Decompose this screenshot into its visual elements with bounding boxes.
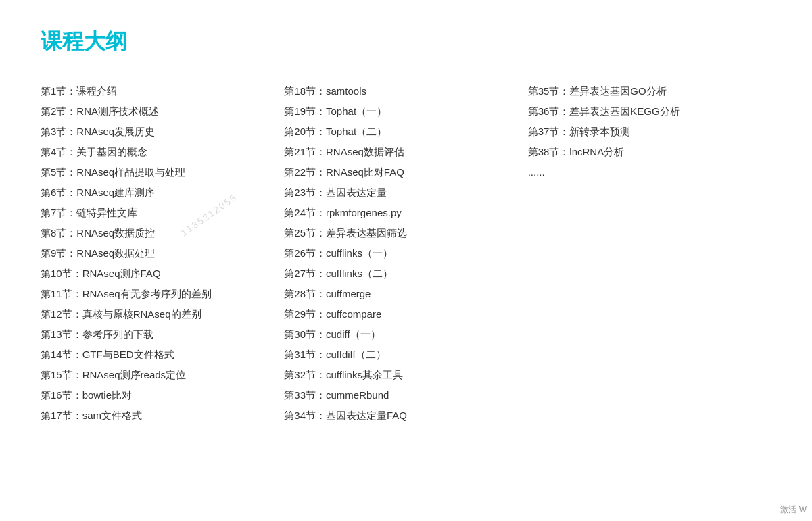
list-item: 第2节：RNA测序技术概述 xyxy=(41,101,284,122)
page-title: 课程大纲 xyxy=(41,27,771,57)
list-item: 第12节：真核与原核RNAseq的差别 xyxy=(41,304,284,324)
content-grid: 第1节：课程介绍第2节：RNA测序技术概述第3节：RNAseq发展历史第4节：关… xyxy=(41,81,771,426)
list-item: 第38节：lncRNA分析 xyxy=(528,142,771,162)
list-item: 第34节：基因表达定量FAQ xyxy=(284,405,527,426)
activation-badge: 激活 W xyxy=(780,504,807,516)
list-item: 第1节：课程介绍 xyxy=(41,81,284,101)
list-item: 第15节：RNAseq测序reads定位 xyxy=(41,365,284,385)
list-item: 第23节：基因表达定量 xyxy=(284,182,527,203)
list-item: 第18节：samtools xyxy=(284,81,527,101)
list-item: 第14节：GTF与BED文件格式 xyxy=(41,345,284,365)
list-item: 第4节：关于基因的概念 xyxy=(41,142,284,162)
list-item: 第20节：Tophat（二） xyxy=(284,122,527,142)
page-container: 课程大纲 第1节：课程介绍第2节：RNA测序技术概述第3节：RNAseq发展历史… xyxy=(0,0,812,453)
list-item: 第13节：参考序列的下载 xyxy=(41,324,284,345)
list-item: 第22节：RNAseq比对FAQ xyxy=(284,162,527,182)
list-item: 第26节：cufflinks（一） xyxy=(284,243,527,264)
list-item: 第19节：Tophat（一） xyxy=(284,101,527,122)
column-3: 第35节：差异表达基因GO分析第36节：差异表达基因KEGG分析第37节：新转录… xyxy=(528,81,771,426)
list-item: 第32节：cufflinks其余工具 xyxy=(284,365,527,385)
list-item: 第7节：链特异性文库 xyxy=(41,203,284,223)
list-item: 第24节：rpkmforgenes.py xyxy=(284,203,527,223)
list-item: 第10节：RNAseq测序FAQ xyxy=(41,264,284,284)
list-item: 第3节：RNAseq发展历史 xyxy=(41,122,284,142)
list-item: 第5节：RNAseq样品提取与处理 xyxy=(41,162,284,182)
list-item: 第16节：bowtie比对 xyxy=(41,385,284,405)
list-item: ...... xyxy=(528,162,771,182)
list-item: 第9节：RNAseq数据处理 xyxy=(41,243,284,264)
list-item: 第33节：cummeRbund xyxy=(284,385,527,405)
list-item: 第6节：RNAseq建库测序 xyxy=(41,182,284,203)
list-item: 第21节：RNAseq数据评估 xyxy=(284,142,527,162)
list-item: 第25节：差异表达基因筛选 xyxy=(284,223,527,243)
list-item: 第17节：sam文件格式 xyxy=(41,405,284,426)
list-item: 第30节：cudiff（一） xyxy=(284,324,527,345)
list-item: 第29节：cuffcompare xyxy=(284,304,527,324)
list-item: 第36节：差异表达基因KEGG分析 xyxy=(528,101,771,122)
list-item: 第31节：cuffdiff（二） xyxy=(284,345,527,365)
list-item: 第35节：差异表达基因GO分析 xyxy=(528,81,771,101)
list-item: 第28节：cuffmerge xyxy=(284,284,527,304)
list-item: 第27节：cufflinks（二） xyxy=(284,264,527,284)
column-2: 第18节：samtools第19节：Tophat（一）第20节：Tophat（二… xyxy=(284,81,527,426)
list-item: 第8节：RNAseq数据质控 xyxy=(41,223,284,243)
column-1: 第1节：课程介绍第2节：RNA测序技术概述第3节：RNAseq发展历史第4节：关… xyxy=(41,81,284,426)
list-item: 第37节：新转录本预测 xyxy=(528,122,771,142)
list-item: 第11节：RNAseq有无参考序列的差别 xyxy=(41,284,284,304)
